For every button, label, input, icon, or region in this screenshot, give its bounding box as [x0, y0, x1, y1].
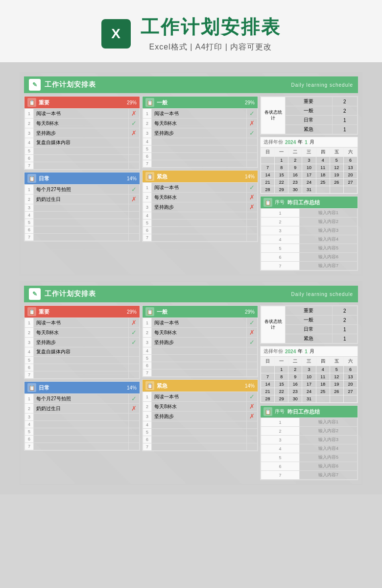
table-row: 4 [143, 421, 258, 429]
main-grid-2: 📋 重要 29% 1阅读一本书✗ 2每天8杯水✓ 3坚持跑步✓ 4复盘自媒体内容… [24, 305, 358, 480]
table-row: 7输入内容7 [261, 262, 358, 270]
table-row: 3 [25, 414, 140, 421]
table-row: 1阅读一本书✗ [25, 109, 140, 119]
cal-week: 21222324252627 [261, 388, 358, 395]
cal-month-unit-2: 月 [310, 348, 314, 355]
work-summary-1: 📋 序号 昨日工作总结 1输入内容1 2输入内容2 3输入内容3 4输入内容4 … [260, 196, 358, 271]
cat-icon-urgent-1: 📋 [145, 172, 154, 181]
cal-week: 14151617181920 [261, 381, 358, 388]
table-row: 4 [25, 212, 140, 219]
table-row: 3坚持跑步✓ [143, 338, 258, 347]
table-row: 5 [25, 147, 140, 155]
table-row: 7 [143, 234, 258, 242]
table-row: 3坚持跑步✓ [25, 338, 140, 347]
cat-percent-daily-1: 14% [127, 176, 137, 181]
cat-header-important-2: 📋 重要 29% [24, 306, 140, 318]
page-subtitle: Excel格式 | A4打印 | 内容可更改 [141, 42, 281, 52]
cal-week: 14151617181920 [261, 172, 358, 179]
cat-percent-general-1: 29% [245, 100, 255, 105]
cat-title-urgent-2: 紧急 [157, 382, 167, 390]
right-col-2: 各状态统计 重要 2 一般 2 日常 1 [260, 305, 358, 480]
table-row: 4 [143, 347, 258, 355]
cat-table-daily-2: 1每个月27号拍照✓ 2奶奶过生日✗ 3 4 5 6 7 [24, 393, 140, 450]
table-row: 6输入内容6 [261, 462, 358, 471]
table-row: 7 [143, 443, 258, 451]
cat-header-urgent-2: 📋 紧急 14% [143, 380, 258, 392]
status-count-urgent: 1 [332, 125, 357, 134]
table-row: 3输入内容3 [261, 436, 358, 444]
table-row: 5 [143, 429, 258, 436]
cat-header-general-1: 📋 一般 29% [143, 97, 258, 108]
cat-block-general-2: 📋 一般 29% 1阅读一本书✓ 2每天8杯水✗ 3坚持跑步✓ 4 5 6 7 [142, 305, 258, 377]
table-row: 3坚持跑步✗ [143, 202, 258, 212]
status-table-1: 各状态统计 重要 2 一般 2 日常 1 [261, 97, 358, 134]
cat-table-urgent-2: 1阅读一本书✓ 2每天8杯水✗ 3坚持跑步✗ 4 5 6 7 [143, 392, 258, 451]
table-row: 2输入内容2 [261, 427, 358, 436]
table-row: 2每天8杯水✗ [143, 193, 258, 202]
status-name-important: 重要 [286, 97, 333, 106]
table-row: 5 [25, 357, 140, 364]
cal-week: 28293031 [261, 395, 358, 403]
cal-select-label: 选择年份 [263, 139, 283, 146]
cat-title-general-1: 一般 [157, 99, 167, 106]
table-row: 3坚持跑步✗ [25, 128, 140, 138]
table-row: 3坚持跑步✓ [143, 128, 258, 138]
cat-header-important-1: 📋 重要 29% [24, 97, 140, 108]
cat-title-urgent-1: 紧急 [157, 173, 167, 180]
cat-icon-general-1: 📋 [145, 98, 154, 107]
sheet-icon-1: ✎ [29, 79, 41, 91]
cat-title-general-2: 一般 [157, 308, 167, 316]
status-name-daily: 日常 [286, 116, 333, 125]
cal-month-2: 1 [305, 349, 308, 354]
excel-logo: X [101, 19, 131, 49]
table-row: 各状态统计 重要 2 [261, 306, 358, 316]
table-row: 4输入内容4 [261, 235, 358, 244]
cat-block-urgent-1: 📋 紧急 14% 1阅读一本书✓ 2每天8杯水✗ 3坚持跑步✗ 4 5 6 7 [142, 170, 258, 242]
table-row: 6 [25, 364, 140, 371]
status-label: 各状态统计 [261, 97, 286, 134]
table-row: 3输入内容3 [261, 226, 358, 235]
cal-weekdays-2: 日 一 二 三 四 五 六 [261, 357, 358, 366]
sheet-header-2: ✎ 工作计划安排表 Daily learning schedule [24, 286, 358, 302]
cal-weekdays-1: 日 一 二 三 四 五 六 [261, 148, 358, 157]
cat-table-important-2: 1阅读一本书✗ 2每天8杯水✓ 3坚持跑步✓ 4复盘自媒体内容 5 6 7 [24, 318, 140, 379]
ws-table-2: 1输入内容1 2输入内容2 3输入内容3 4输入内容4 5输入内容5 6输入内容… [261, 417, 358, 480]
cal-select-label-2: 选择年份 [263, 348, 283, 355]
status-count-daily: 1 [332, 116, 357, 125]
table-row: 5 [25, 428, 140, 436]
page-header: X 工作计划安排表 Excel格式 | A4打印 | 内容可更改 [0, 0, 382, 62]
table-row: 7 [143, 369, 258, 377]
cal-week: 78910111213 [261, 164, 358, 172]
status-count-important: 2 [332, 97, 357, 106]
sheet-subtitle-2: Daily learning schedule [291, 292, 353, 297]
status-summary-2: 各状态统计 重要 2 一般 2 日常 1 [260, 305, 358, 344]
work-summary-2: 📋 序号 昨日工作总结 1输入内容1 2输入内容2 3输入内容3 4输入内容4 … [260, 405, 358, 480]
table-row: 5 [143, 355, 258, 362]
ws-title-1: 昨日工作总结 [287, 199, 320, 206]
table-row: 1阅读一本书✓ [143, 183, 258, 193]
table-row: 2输入内容2 [261, 218, 358, 226]
cat-table-urgent-1: 1阅读一本书✓ 2每天8杯水✗ 3坚持跑步✗ 4 5 6 7 [143, 182, 258, 242]
table-row: 5 [143, 220, 258, 227]
status-name-general: 一般 [286, 106, 333, 116]
cat-percent-urgent-2: 14% [245, 383, 255, 389]
cal-header-2: 选择年份 2024 年 1 月 [261, 346, 358, 357]
status-table-2: 各状态统计 重要 2 一般 2 日常 1 [261, 306, 358, 343]
table-row: 6 [143, 436, 258, 443]
cal-year-unit: 年 [298, 139, 303, 146]
cat-title-important-1: 重要 [39, 99, 49, 106]
cat-icon-general-2: 📋 [145, 307, 154, 316]
header-text: 工作计划安排表 Excel格式 | A4打印 | 内容可更改 [141, 15, 281, 52]
status-count-general: 2 [332, 106, 357, 116]
cat-table-important-1: 1阅读一本书✗ 2每天8杯水✓ 3坚持跑步✗ 4复盘自媒体内容 5 6 7 [24, 108, 140, 170]
cat-table-general-2: 1阅读一本书✓ 2每天8杯水✗ 3坚持跑步✓ 4 5 6 7 [143, 318, 258, 377]
cat-percent-daily-2: 14% [127, 385, 137, 391]
main-grid-1: 📋 重要 29% 1阅读一本书✗ 2每天8杯水✓ 3坚持跑步✗ 4复盘自媒体内容… [24, 96, 358, 271]
table-row: 1输入内容1 [261, 209, 358, 218]
cal-month-unit: 月 [310, 139, 314, 146]
table-row: 5 [143, 146, 258, 153]
cat-icon-important-2: 📋 [27, 307, 36, 316]
table-row: 2奶奶过生日✗ [25, 404, 140, 414]
sheet-title-1: 工作计划安排表 [45, 80, 96, 89]
right-col-1: 各状态统计 重要 2 一般 2 日常 1 [260, 96, 358, 271]
